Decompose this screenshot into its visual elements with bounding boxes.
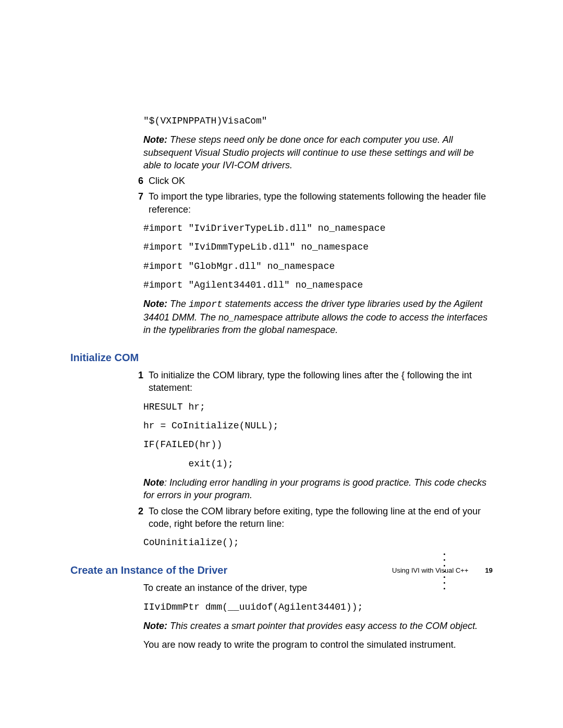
code-line: IF(FAILED(hr)) (143, 438, 493, 451)
note-code: import (189, 299, 223, 310)
step-text: Click OK (149, 175, 493, 187)
note-block: Note: Including error handling in your p… (143, 476, 493, 502)
step-row: 7 To import the type libraries, type the… (70, 190, 493, 216)
code-line: hr = CoInitialize(NULL); (143, 419, 493, 432)
step-text: To initialize the COM library, type the … (149, 369, 493, 394)
step-number: 6 (132, 175, 143, 187)
step-number: 1 (132, 369, 143, 381)
note-label: Note: (143, 299, 167, 309)
step-row: 6 Click OK (70, 175, 493, 187)
paragraph: To create an instance of the driver, typ… (143, 582, 493, 594)
code-line: exit(1); (143, 458, 493, 470)
step-text: To import the type libraries, type the f… (149, 190, 493, 216)
step-row: 1 To initialize the COM library, type th… (70, 369, 493, 394)
note-block: Note: These steps need only be done once… (143, 133, 493, 171)
document-page: "$(VXIPNPPATH)VisaCom" Note: These steps… (0, 0, 563, 728)
note-body: This creates a smart pointer that provid… (167, 621, 478, 631)
note-label: Note: (143, 134, 167, 145)
code-line: IIviDmmPtr dmm(__uuidof(Agilent34401)); (143, 601, 493, 613)
note-block: Note: The import statements access the d… (143, 298, 493, 336)
code-line: HRESULT hr; (143, 401, 493, 413)
footer-dots-icon (443, 551, 446, 591)
section-heading: Initialize COM (70, 351, 493, 365)
code-line: CoUninitialize(); (143, 536, 493, 549)
code-line: #import "GlobMgr.dll" no_namespace (143, 260, 493, 273)
step-row: 2 To close the COM library before exitin… (70, 505, 493, 530)
note-label: Note (143, 477, 164, 488)
step-number: 2 (132, 505, 143, 517)
code-line: #import "IviDriverTypeLib.dll" no_namesp… (143, 222, 493, 235)
footer-chapter: Using IVI with Visual C++ (392, 566, 468, 574)
code-line: #import "Agilent34401.dll" no_namespace (143, 279, 493, 291)
note-pre: The (167, 299, 189, 309)
footer-page-number: 19 (485, 566, 493, 574)
step-number: 7 (132, 190, 143, 203)
step-text: To close the COM library before exiting,… (149, 505, 493, 530)
paragraph: You are now ready to write the program t… (143, 638, 493, 651)
code-line: "$(VXIPNPPATH)VisaCom" (143, 115, 493, 127)
note-label: Note: (143, 621, 167, 631)
note-body: : Including error handling in your progr… (143, 477, 486, 500)
code-line: #import "IviDmmTypeLib.dll" no_namespace (143, 241, 493, 253)
note-block: Note: This creates a smart pointer that … (143, 620, 493, 632)
note-body: These steps need only be done once for e… (143, 134, 474, 170)
